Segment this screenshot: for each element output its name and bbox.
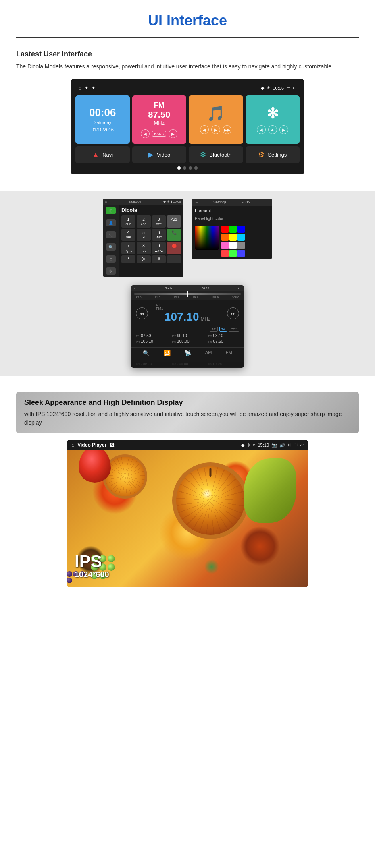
radio-loop-icon[interactable]: 🔁: [164, 350, 171, 356]
clock-day: Saturday: [94, 120, 111, 125]
tag-ta[interactable]: TA: [219, 327, 227, 332]
swatch-cyan[interactable]: [237, 234, 245, 241]
home-icon: ⌂: [79, 86, 81, 91]
caller-name: Dicola: [121, 207, 181, 213]
dial-backspace[interactable]: ⌫: [167, 215, 181, 228]
phone-status-icons: ◆ ✳ ▮ 15:09: [163, 200, 181, 203]
fm-band-label[interactable]: BAND: [152, 131, 166, 137]
video-close-icon[interactable]: ✕: [288, 443, 291, 448]
settings-menu-icon[interactable]: ⋮: [265, 200, 269, 204]
video-expand-icon[interactable]: ⬚: [294, 443, 298, 448]
freq-label-5: 103.9: [212, 296, 219, 299]
clock-tile[interactable]: 00:06 Saturday 01/10/2016: [75, 95, 130, 144]
bt-prev-btn[interactable]: ◀: [257, 125, 266, 134]
preset-6[interactable]: P6 87.50: [208, 339, 239, 344]
video-wifi-icon: ▾: [253, 443, 255, 448]
ips-resolution: 1024*600: [75, 570, 109, 579]
dial-9[interactable]: 9WXYZ: [152, 242, 166, 254]
fm-tile[interactable]: FM 87.50 MHz ◀ BAND ▶: [132, 95, 187, 144]
preset-row-2: P4 106.10 P5 108.00 P6 87.50: [136, 339, 239, 344]
swatch-lightblue[interactable]: [237, 250, 245, 257]
navi-tile[interactable]: ▲ Navi: [75, 146, 130, 163]
video-label: Video: [157, 152, 170, 158]
settings-title: Settings: [213, 200, 227, 204]
fm-label: FM: [154, 101, 165, 110]
music-next-btn[interactable]: ▶▶: [223, 125, 231, 134]
preset-4[interactable]: P4 106.10: [136, 339, 167, 344]
bt-icon: ✳: [267, 85, 270, 91]
dial-hangup[interactable]: 🔴: [167, 242, 181, 254]
dial-3[interactable]: 3DEF: [152, 215, 166, 228]
sidebar-bt-icon[interactable]: ✻: [106, 267, 116, 275]
fm-prev-btn[interactable]: ◀: [141, 129, 150, 138]
freq-label-1: 87.5: [136, 296, 142, 299]
swatch-white[interactable]: [229, 242, 237, 249]
swatch-orange[interactable]: [221, 234, 229, 241]
radio-antenna-icon[interactable]: 📡: [184, 350, 191, 356]
music-tile[interactable]: 🎵 ◀ ▶ ▶▶: [189, 95, 243, 144]
bluetooth-tile[interactable]: ✻ ◀ ⏭ ▶: [246, 95, 300, 144]
video-tile[interactable]: ▶ Video: [132, 146, 187, 163]
fm-next-btn[interactable]: ▶: [169, 129, 177, 138]
swatch-lightred[interactable]: [221, 250, 229, 257]
radio-scan-icon[interactable]: 🔍: [143, 350, 150, 356]
radio-screen-container: ⌂ Radio 20:12 ↩ 87.5 91.0 95.7 99.8 1: [131, 285, 244, 368]
music-prev-btn[interactable]: ◀: [200, 125, 209, 134]
dial-6[interactable]: 6MNO: [152, 229, 166, 241]
settings-back-icon[interactable]: ←: [195, 200, 198, 204]
preset-2[interactable]: P2 90.10: [172, 334, 203, 338]
radio-controls-row: 🔍 🔁 📡 AM FM: [131, 347, 244, 359]
swatch-green[interactable]: [229, 226, 237, 233]
dial-0[interactable]: 0+: [137, 255, 151, 263]
radio-freq-display: ST FM1 107.10 MHz: [148, 303, 227, 323]
swatch-lightgreen[interactable]: [229, 250, 237, 257]
preset-3[interactable]: P3 98.10: [208, 334, 239, 338]
preset-5[interactable]: P5 108.00: [172, 339, 203, 344]
dial-2[interactable]: 2ABC: [137, 215, 151, 228]
music-play-btn[interactable]: ▶: [211, 125, 220, 134]
dial-call[interactable]: 📞: [167, 229, 181, 241]
radio-status-bar: ⌂ Radio 20:12 ↩: [131, 285, 244, 291]
bluetooth-icon: ✻: [267, 105, 279, 122]
phone-home-icon: ⌂: [105, 200, 107, 203]
page-indicator: [75, 166, 300, 170]
swatch-red[interactable]: [221, 226, 229, 233]
radio-am-label[interactable]: AM: [205, 350, 212, 356]
preset-1[interactable]: P1 87.50: [136, 334, 167, 338]
sidebar-contacts-icon[interactable]: 👤: [106, 219, 116, 226]
swatch-pink[interactable]: [221, 242, 229, 249]
tag-pty[interactable]: PTY: [229, 327, 239, 332]
swatch-gray[interactable]: [237, 242, 245, 249]
color-gradient-picker[interactable]: [195, 226, 219, 250]
dial-7[interactable]: 7PQRS: [121, 242, 135, 254]
swatch-yellow[interactable]: [229, 234, 237, 241]
video-time: 15:10: [258, 443, 269, 447]
music-icon: 🎵: [207, 105, 225, 122]
phone-screen: ⌂ Bluetooth ◆ ✳ ▮ 15:09 ⊞ 👤 📞 🔍 ⚙ ✻ Dico…: [103, 199, 183, 277]
phone-bt-label: Bluetooth: [129, 200, 142, 203]
dial-hash[interactable]: #: [152, 255, 166, 263]
sidebar-dialpad-icon[interactable]: ⊞: [106, 207, 116, 214]
bluetooth-nav-tile[interactable]: ✻ Bluetooth: [189, 146, 243, 163]
radio-prev-btn[interactable]: ⏮: [136, 307, 148, 319]
dial-star[interactable]: *: [121, 255, 135, 263]
dial-1[interactable]: 1SUB: [121, 215, 135, 228]
video-icon: ▶: [148, 150, 154, 159]
color-picker-area: [195, 226, 269, 257]
swatch-blue[interactable]: [237, 226, 245, 233]
sidebar-calls-icon[interactable]: 📞: [106, 231, 116, 238]
dial-4[interactable]: 4GHI: [121, 229, 135, 241]
dial-5[interactable]: 5JKL: [137, 229, 151, 241]
sidebar-settings-icon[interactable]: ⚙: [106, 255, 116, 263]
video-volume-icon: 🔊: [279, 443, 285, 448]
radio-fm-btn[interactable]: FM: [226, 350, 232, 356]
bt-next-btn[interactable]: ▶: [279, 125, 288, 134]
video-back-icon[interactable]: ↩: [300, 443, 304, 448]
dial-8[interactable]: 8TUV: [137, 242, 151, 254]
tag-af[interactable]: AF: [210, 327, 218, 332]
settings-tile[interactable]: ⚙ Settings: [246, 146, 300, 163]
sidebar-search-icon[interactable]: 🔍: [106, 243, 116, 251]
radio-next-btn[interactable]: ⏭: [227, 307, 239, 319]
bt-play-btn[interactable]: ⏭: [268, 125, 277, 134]
radio-back-icon[interactable]: ↩: [238, 286, 241, 290]
